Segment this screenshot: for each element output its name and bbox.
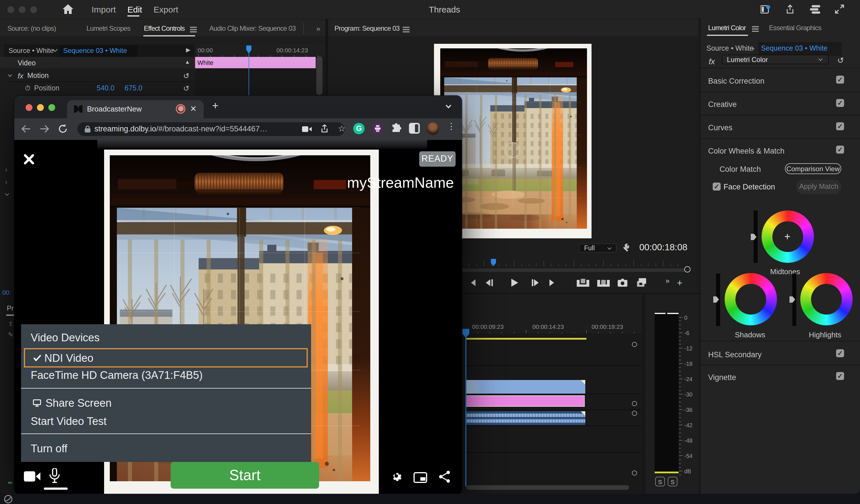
svg-text:-18: -18 <box>684 361 692 367</box>
svg-text:-42: -42 <box>684 422 692 428</box>
svg-text:-12: -12 <box>684 345 692 351</box>
svg-text:-24: -24 <box>684 376 692 382</box>
svg-text:0: 0 <box>684 315 687 321</box>
svg-text:-30: -30 <box>684 391 692 398</box>
svg-text:dB: dB <box>684 468 691 474</box>
svg-text:-48: -48 <box>684 437 692 444</box>
svg-text:-54: -54 <box>684 453 692 459</box>
svg-text:-36: -36 <box>684 407 692 413</box>
svg-text:-6: -6 <box>684 330 689 336</box>
